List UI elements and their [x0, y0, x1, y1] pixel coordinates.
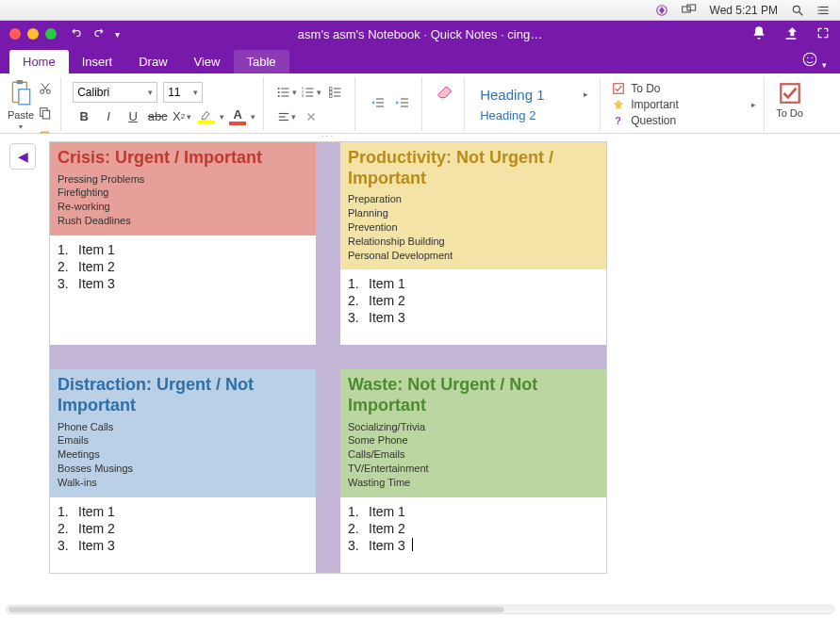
font-size-select[interactable]: 11▾	[163, 82, 203, 103]
svg-point-29	[278, 95, 280, 97]
spotlight-icon[interactable]	[791, 4, 804, 17]
list-item[interactable]: 3.Item 3	[58, 537, 308, 554]
item-text: Item 2	[78, 521, 115, 536]
quadrant-q1[interactable]: Crisis: Urgent / ImportantPressing Probl…	[50, 142, 316, 345]
feedback-icon[interactable]: ▾	[801, 51, 827, 72]
list-item[interactable]: 3.Item 3	[348, 537, 599, 554]
horizontal-scrollbar[interactable]	[6, 605, 834, 614]
menubar-clock: Wed 5:21 PM	[710, 4, 778, 17]
item-text: Item 1	[369, 276, 405, 291]
tag-important[interactable]: Important ▸	[610, 97, 758, 112]
italic-button[interactable]: I	[97, 106, 120, 127]
menu-list-icon[interactable]	[817, 4, 831, 17]
list-item[interactable]: 2.Item 2	[348, 292, 599, 309]
item-number: 1.	[348, 276, 363, 291]
svg-rect-1	[682, 7, 690, 12]
list-item[interactable]: 1.Item 1	[58, 241, 308, 258]
align-button[interactable]: ▾	[275, 106, 298, 127]
quadrant-q2[interactable]: Productivity: Not Urgent / ImportantPrep…	[340, 142, 606, 345]
tag-todo-label: To Do	[631, 82, 660, 95]
cut-button[interactable]	[38, 81, 53, 100]
share-icon[interactable]	[783, 25, 799, 43]
copy-button[interactable]	[38, 106, 53, 124]
svg-rect-16	[19, 89, 30, 105]
svg-rect-41	[329, 94, 332, 97]
diamond-icon	[655, 4, 668, 17]
svg-point-27	[278, 91, 280, 93]
quadrant-q4[interactable]: Waste: Not Urgent / Not ImportantSociali…	[340, 369, 606, 572]
underline-button[interactable]: U	[122, 106, 144, 127]
todo-label: To Do	[776, 107, 803, 119]
collapse-nav-button[interactable]: ◀	[9, 143, 36, 170]
item-text: Item 1	[78, 504, 115, 519]
strike-button[interactable]: abc	[146, 106, 169, 127]
minimize-window-button[interactable]	[27, 28, 39, 40]
group-tags: To Do Important ▸ ? Question	[604, 77, 765, 131]
mac-menubar: Wed 5:21 PM	[0, 0, 840, 21]
quadrant-items[interactable]: 1.Item 12.Item 23.Item 3	[340, 497, 606, 573]
quadrant-sub-line: Meetings	[58, 447, 308, 462]
tag-important-label: Important	[631, 98, 679, 111]
item-text: Item 3	[78, 276, 115, 291]
window-title: asm's asm's Notebook · Quick Notes · cin…	[298, 27, 542, 41]
tag-todo[interactable]: To Do	[610, 81, 758, 96]
notifications-icon[interactable]	[751, 25, 766, 43]
redo-button[interactable]	[92, 26, 106, 42]
style-heading2[interactable]: Heading 2	[480, 106, 588, 124]
list-item[interactable]: 2.Item 2	[58, 520, 308, 537]
quadrant-items[interactable]: 1.Item 12.Item 23.Item 3	[50, 236, 316, 311]
zoom-window-button[interactable]	[45, 28, 57, 40]
undo-button[interactable]	[70, 26, 83, 42]
quadrant-subtitle: Socializing/TriviaSome PhoneCalls/Emails…	[348, 420, 599, 490]
subscript-button[interactable]: X2▾	[171, 106, 193, 127]
list-item[interactable]: 1.Item 1	[348, 275, 599, 292]
group-styles: Heading 1 ▸ Heading 2	[469, 77, 601, 131]
svg-point-12	[807, 57, 809, 59]
highlight-button[interactable]	[195, 106, 218, 127]
numbering-button[interactable]: 123▾	[300, 82, 322, 103]
quadrant-header: Distraction: Urgent / Not ImportantPhone…	[50, 369, 316, 496]
item-number: 2.	[58, 521, 73, 536]
todo-button[interactable]: To Do	[768, 77, 811, 131]
font-size-value: 11	[168, 86, 180, 99]
style-heading1[interactable]: Heading 1 ▸	[480, 85, 588, 105]
tab-insert[interactable]: Insert	[69, 50, 126, 73]
bold-button[interactable]: B	[73, 106, 95, 127]
font-name-select[interactable]: Calibri▾	[73, 82, 157, 103]
tab-home[interactable]: Home	[9, 50, 69, 73]
tag-question[interactable]: ? Question	[610, 113, 758, 128]
qat-more-icon[interactable]: ▾	[115, 29, 120, 40]
paste-button[interactable]: Paste ▾	[8, 79, 34, 131]
tab-draw[interactable]: Draw	[125, 50, 180, 73]
quadrant-items[interactable]: 1.Item 12.Item 23.Item 3	[340, 269, 606, 345]
list-item[interactable]: 1.Item 1	[348, 503, 599, 520]
quadrant-q3[interactable]: Distraction: Urgent / Not ImportantPhone…	[50, 369, 316, 572]
list-item[interactable]: 2.Item 2	[58, 258, 308, 275]
bullets-button[interactable]: ▾	[275, 82, 298, 103]
list-item[interactable]: 2.Item 2	[348, 520, 599, 537]
quadrant-sub-line: Pressing Problems	[58, 172, 308, 187]
svg-rect-39	[329, 90, 332, 93]
svg-point-9	[817, 9, 818, 10]
font-name-value: Calibri	[77, 86, 109, 99]
indent-button[interactable]	[391, 92, 414, 113]
note-container[interactable]: Crisis: Urgent / ImportantPressing Probl…	[49, 141, 607, 574]
tab-table[interactable]: Table	[234, 50, 289, 73]
close-window-button[interactable]	[9, 28, 21, 40]
quadrant-sub-line: Emails	[58, 433, 308, 447]
tab-view[interactable]: View	[181, 50, 234, 73]
list-item[interactable]: 3.Item 3	[58, 275, 308, 292]
quadrant-title: Crisis: Urgent / Important	[58, 148, 308, 169]
checklist-button[interactable]	[324, 82, 347, 103]
list-item[interactable]: 1.Item 1	[58, 503, 308, 520]
fullscreen-icon[interactable]	[815, 25, 831, 43]
quadrant-items[interactable]: 1.Item 12.Item 23.Item 3	[50, 497, 316, 573]
quadrant-sub-line: Walk-ins	[58, 476, 308, 490]
font-color-button[interactable]: A	[226, 106, 249, 127]
eraser-button[interactable]	[434, 81, 456, 102]
item-text: Item 1	[78, 242, 115, 257]
outdent-button[interactable]	[367, 92, 389, 113]
clear-format-button[interactable]	[300, 106, 322, 127]
list-item[interactable]: 3.Item 3	[348, 309, 599, 326]
ribbon-tabs: Home Insert Draw View Table ▾	[0, 47, 840, 73]
